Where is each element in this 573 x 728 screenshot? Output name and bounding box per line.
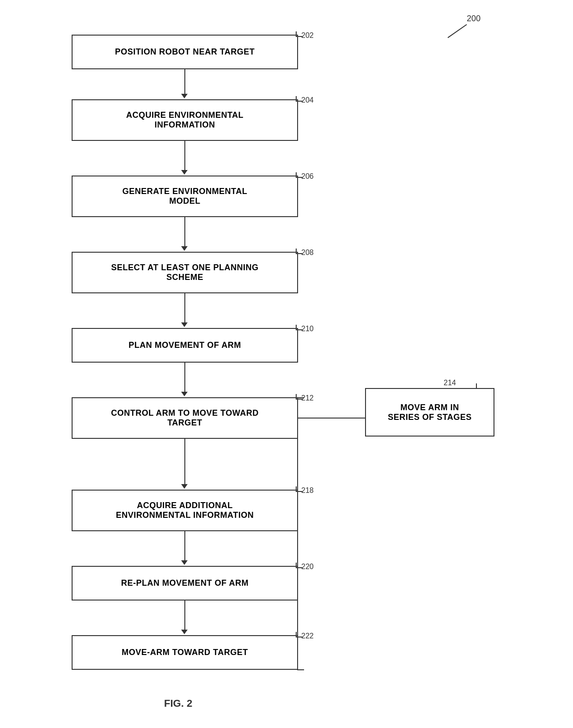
arrow-212-218 bbox=[184, 439, 185, 485]
ref-200-arrow bbox=[447, 24, 467, 38]
ref-222-line-v bbox=[296, 632, 297, 637]
ref-204: 204 bbox=[301, 96, 314, 104]
figure-label: FIG. 2 bbox=[164, 698, 192, 710]
ref-210-line-v bbox=[296, 325, 297, 330]
arrowhead-204-206 bbox=[181, 170, 188, 175]
ref-206-line-h bbox=[296, 177, 303, 178]
box-202: POSITION ROBOT NEAR TARGET bbox=[72, 35, 298, 69]
ref-208: 208 bbox=[301, 249, 314, 257]
box-204: ACQUIRE ENVIRONMENTAL INFORMATION bbox=[72, 99, 298, 141]
box-206: GENERATE ENVIRONMENTAL MODEL bbox=[72, 176, 298, 217]
ref-202-line-h bbox=[296, 36, 303, 37]
arrowhead-218-220 bbox=[181, 560, 188, 565]
ref-222-line-h bbox=[296, 637, 303, 637]
box-208: SELECT AT LEAST ONE PLANNING SCHEME bbox=[72, 252, 298, 293]
arrow-210-212 bbox=[184, 363, 185, 393]
box-212: CONTROL ARM TO MOVE TOWARD TARGET bbox=[72, 397, 298, 439]
bracket-v-left bbox=[297, 397, 298, 670]
box-202-label: POSITION ROBOT NEAR TARGET bbox=[115, 47, 255, 57]
ref-218-line-h bbox=[296, 491, 303, 492]
ref-202: 202 bbox=[301, 31, 314, 40]
ref-222: 222 bbox=[301, 632, 314, 640]
diagram-container: 200 POSITION ROBOT NEAR TARGET 202 ACQUI… bbox=[0, 0, 573, 728]
bracket-mid-to-box214 bbox=[304, 418, 365, 419]
ref-220: 220 bbox=[301, 563, 314, 571]
ref-204-line-v bbox=[296, 96, 297, 102]
arrowhead-202-204 bbox=[181, 94, 188, 98]
ref-202-line-v bbox=[296, 31, 297, 37]
arrowhead-212-218 bbox=[181, 484, 188, 489]
box-222-label: MOVE-ARM TOWARD TARGET bbox=[122, 648, 248, 657]
arrowhead-210-212 bbox=[181, 392, 188, 396]
arrow-218-220 bbox=[184, 531, 185, 562]
ref-204-line-h bbox=[296, 101, 303, 102]
ref-206: 206 bbox=[301, 172, 314, 181]
box-220-label: RE-PLAN MOVEMENT OF ARM bbox=[121, 578, 249, 588]
box-220: RE-PLAN MOVEMENT OF ARM bbox=[72, 566, 298, 601]
bracket-tick-top bbox=[297, 397, 304, 398]
arrowhead-220-222 bbox=[181, 630, 188, 634]
arrow-208-210 bbox=[184, 293, 185, 324]
ref-200-label: 200 bbox=[467, 14, 481, 24]
ref-218-line-v bbox=[296, 486, 297, 492]
ref-212: 212 bbox=[301, 394, 314, 402]
ref-210: 210 bbox=[301, 325, 314, 333]
ref-218: 218 bbox=[301, 486, 314, 495]
box-210-label: PLAN MOVEMENT OF ARM bbox=[128, 340, 241, 350]
box-218: ACQUIRE ADDITIONAL ENVIRONMENTAL INFORMA… bbox=[72, 490, 298, 531]
arrow-206-208 bbox=[184, 217, 185, 248]
arrow-220-222 bbox=[184, 601, 185, 631]
box-210: PLAN MOVEMENT OF ARM bbox=[72, 328, 298, 363]
box-218-label: ACQUIRE ADDITIONAL ENVIRONMENTAL INFORMA… bbox=[116, 501, 254, 520]
box-214-label: MOVE ARM IN SERIES OF STAGES bbox=[388, 403, 472, 422]
ref-220-line-h bbox=[296, 567, 303, 568]
ref-208-line-h bbox=[296, 253, 303, 254]
bracket-tick-bottom bbox=[297, 669, 304, 670]
ref-214-line-v bbox=[476, 383, 477, 389]
arrowhead-206-208 bbox=[181, 246, 188, 251]
ref-208-line-v bbox=[296, 249, 297, 254]
box-212-label: CONTROL ARM TO MOVE TOWARD TARGET bbox=[111, 408, 258, 428]
arrow-204-206 bbox=[184, 141, 185, 171]
box-222: MOVE-ARM TOWARD TARGET bbox=[72, 635, 298, 670]
box-214: MOVE ARM IN SERIES OF STAGES bbox=[365, 388, 494, 437]
box-206-label: GENERATE ENVIRONMENTAL MODEL bbox=[122, 187, 247, 206]
box-208-label: SELECT AT LEAST ONE PLANNING SCHEME bbox=[111, 263, 258, 282]
box-204-label: ACQUIRE ENVIRONMENTAL INFORMATION bbox=[126, 110, 244, 130]
ref-206-line-v bbox=[296, 172, 297, 178]
ref-210-line-h bbox=[296, 329, 303, 330]
ref-212-line-v bbox=[296, 394, 297, 400]
ref-220-line-v bbox=[296, 563, 297, 568]
ref-214: 214 bbox=[444, 379, 456, 387]
arrow-202-204 bbox=[184, 69, 185, 95]
arrowhead-208-210 bbox=[181, 322, 188, 327]
